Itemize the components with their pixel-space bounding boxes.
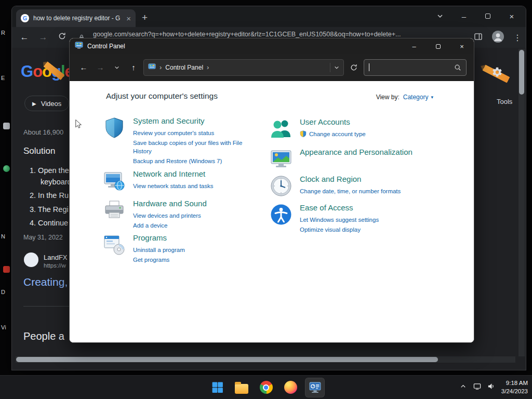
cp-forward-button[interactable]: → — [94, 63, 107, 72]
browser-tab[interactable]: G how to delete registry editor - G × — [16, 9, 136, 27]
shield-icon[interactable] — [103, 116, 126, 139]
category-network-and-internet: Network and Internet View network status… — [103, 169, 213, 192]
tray-date: 3/24/2023 — [501, 388, 528, 396]
clock-display[interactable]: 9:18 AM 3/24/2023 — [501, 379, 528, 395]
vertical-scrollbar[interactable] — [518, 49, 525, 356]
hidden-icons-chevron-icon[interactable] — [459, 382, 467, 392]
network-monitor-icon[interactable] — [103, 169, 126, 192]
new-tab-button[interactable]: + — [142, 12, 148, 23]
address-bar[interactable]: google.com/search?q=+how+to+delete+regis… — [93, 31, 451, 38]
result-title-link[interactable]: Creating, — [23, 276, 68, 288]
category-programs: Programs Uninstall a program Get program… — [103, 233, 185, 264]
uac-shield-icon — [300, 130, 307, 137]
category-title-link[interactable]: User Accounts — [300, 117, 456, 126]
chip-label: Videos — [41, 100, 62, 108]
result-site-avatar — [24, 252, 38, 267]
side-panel-icon[interactable] — [474, 32, 483, 43]
printer-icon[interactable] — [103, 199, 126, 222]
control-panel-app-icon — [75, 41, 83, 51]
category-title-link[interactable]: Clock and Region — [300, 175, 456, 183]
task-link[interactable]: View devices and printers — [133, 211, 207, 220]
task-link[interactable]: View network status and tasks — [133, 182, 213, 190]
cp-titlebar[interactable]: Control Panel – × — [70, 38, 474, 54]
cp-search-input[interactable] — [364, 59, 467, 76]
category-title-link[interactable]: Appearance and Personalization — [300, 148, 456, 156]
volume-icon[interactable] — [487, 382, 495, 392]
start-button[interactable] — [207, 378, 227, 397]
list-item: 2. In the Ru — [30, 191, 69, 200]
list-item: 4. Continue — [30, 219, 68, 227]
play-icon: ▶ — [32, 101, 36, 107]
browser-refresh-button[interactable] — [57, 32, 67, 43]
tab-search-chevron-icon[interactable] — [428, 6, 452, 26]
task-link[interactable]: Add a device — [133, 221, 207, 230]
category-title-link[interactable]: Network and Internet — [133, 169, 213, 178]
browser-menu-icon[interactable]: ⋮ — [513, 33, 522, 43]
address-dropdown-icon[interactable] — [330, 63, 339, 72]
ease-of-access-icon[interactable] — [270, 203, 292, 226]
user-accounts-icon[interactable] — [270, 117, 292, 140]
cp-content: Adjust your computer's settings View by:… — [70, 81, 474, 343]
task-link[interactable]: Uninstall a program — [133, 246, 185, 254]
breadcrumb[interactable]: Control Panel — [165, 64, 203, 71]
google-favicon-icon: G — [21, 14, 29, 22]
category-title-link[interactable]: Programs — [133, 233, 185, 242]
horizontal-scrollbar[interactable] — [16, 356, 515, 363]
cp-maximize-button[interactable] — [426, 38, 450, 54]
browser-close-button[interactable]: × — [500, 6, 524, 26]
profile-avatar[interactable] — [492, 31, 504, 45]
task-link[interactable]: Backup and Restore (Windows 7) — [133, 157, 254, 165]
task-link[interactable]: Change account type — [300, 130, 456, 138]
category-title-link[interactable]: System and Security — [133, 116, 254, 125]
program-window-icon[interactable] — [103, 233, 126, 256]
scrollbar-thumb[interactable] — [16, 357, 438, 362]
cp-up-button[interactable]: ↑ — [127, 63, 140, 72]
cp-minimize-button[interactable]: – — [402, 38, 426, 54]
desktop-icon[interactable] — [3, 123, 10, 129]
control-panel-taskbar-button[interactable] — [305, 378, 325, 397]
file-explorer-button[interactable] — [232, 378, 251, 397]
view-by-dropdown[interactable]: Category ▾ — [403, 94, 433, 101]
cp-back-button[interactable]: ← — [77, 63, 90, 72]
cp-address-bar[interactable]: › Control Panel › — [143, 59, 344, 76]
tray-time: 9:18 AM — [501, 379, 528, 388]
desktop-icon[interactable] — [3, 165, 10, 172]
chrome-button[interactable] — [256, 378, 276, 397]
cp-refresh-button[interactable] — [347, 64, 361, 71]
cp-close-button[interactable]: × — [450, 38, 474, 54]
task-link[interactable]: Optimize visual display — [300, 225, 456, 234]
cp-recent-pages-icon[interactable] — [110, 65, 124, 70]
browser-back-button[interactable]: ← — [19, 32, 30, 43]
desktop-icon-label[interactable]: R — [1, 30, 5, 36]
network-icon[interactable] — [473, 382, 481, 392]
firefox-icon — [284, 381, 297, 394]
desktop-icon[interactable] — [3, 266, 10, 273]
task-link[interactable]: Let Windows suggest settings — [300, 216, 456, 224]
browser-minimize-button[interactable]: – — [452, 6, 476, 26]
task-link[interactable]: Save backup copies of your files with Fi… — [133, 139, 254, 155]
videos-filter-chip[interactable]: ▶ Videos — [24, 96, 69, 111]
mouse-cursor — [73, 119, 83, 129]
text-caret — [369, 63, 369, 71]
desktop-icon-label[interactable]: D — [1, 289, 5, 295]
scrollbar-thumb[interactable] — [519, 50, 524, 95]
browser-forward-button[interactable]: → — [38, 32, 48, 43]
appearance-monitor-icon[interactable] — [270, 148, 292, 170]
page-heading: Adjust your computer's settings — [106, 91, 218, 101]
settings-gear-icon[interactable] — [491, 66, 503, 78]
desktop-icon-label[interactable]: Vi — [1, 324, 6, 330]
category-user-accounts: User Accounts Change account type — [270, 117, 456, 140]
category-title-link[interactable]: Hardware and Sound — [133, 199, 207, 208]
tools-button[interactable]: Tools — [497, 98, 512, 105]
desktop-icon-label[interactable]: E — [1, 75, 5, 81]
result-source-url: https://w — [44, 262, 66, 269]
firefox-button[interactable] — [281, 378, 300, 397]
task-link[interactable]: Change date, time, or number formats — [300, 187, 456, 195]
clock-icon[interactable] — [270, 175, 292, 197]
desktop-icon-label[interactable]: N — [1, 233, 5, 240]
task-link[interactable]: Get programs — [133, 256, 185, 264]
tab-close-icon[interactable]: × — [126, 14, 131, 23]
category-title-link[interactable]: Ease of Access — [300, 203, 456, 212]
browser-maximize-button[interactable] — [476, 6, 500, 26]
task-link[interactable]: Review your computer's status — [133, 129, 254, 137]
